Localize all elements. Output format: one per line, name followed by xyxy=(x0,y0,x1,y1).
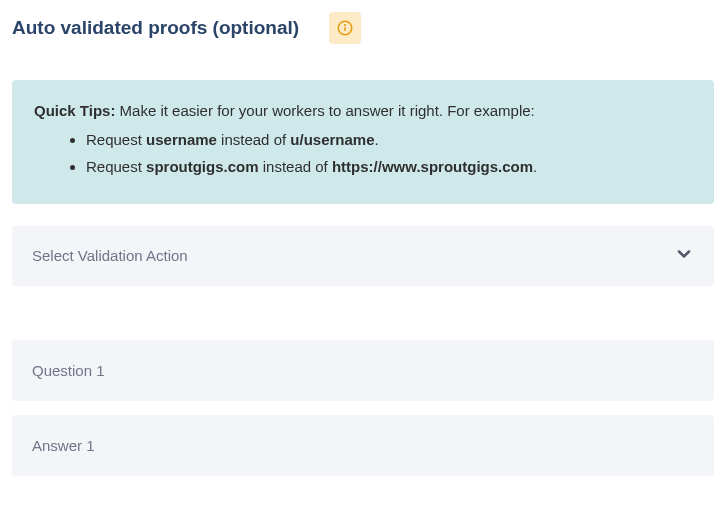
question-input[interactable] xyxy=(12,340,714,401)
section-header: Auto validated proofs (optional) xyxy=(12,12,714,44)
validation-action-select[interactable]: Select Validation Action xyxy=(12,226,714,286)
section-title: Auto validated proofs (optional) xyxy=(12,17,299,39)
chevron-down-icon xyxy=(674,244,694,268)
svg-point-2 xyxy=(345,25,346,26)
tips-intro: Make it easier for your workers to answe… xyxy=(115,102,534,119)
info-icon[interactable] xyxy=(329,12,361,44)
tips-list: Request username instead of u/username. … xyxy=(34,126,692,180)
tips-item: Request username instead of u/username. xyxy=(86,126,692,153)
quick-tips-box: Quick Tips: Make it easier for your work… xyxy=(12,80,714,204)
tips-item: Request sproutgigs.com instead of https:… xyxy=(86,153,692,180)
tips-heading: Quick Tips: xyxy=(34,102,115,119)
validation-action-label: Select Validation Action xyxy=(32,247,188,264)
answer-input[interactable] xyxy=(12,415,714,476)
